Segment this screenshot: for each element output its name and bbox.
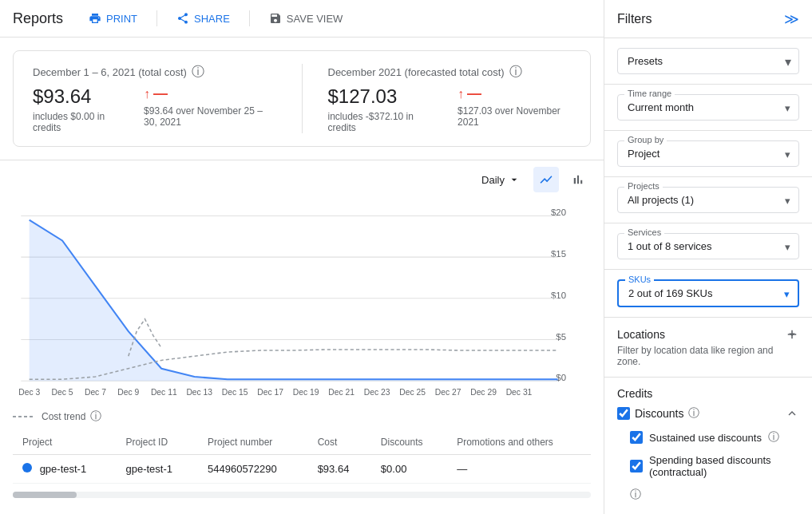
main-header: Reports PRINT SHARE SAVE VIEW — [0, 0, 604, 38]
card1-main: $93.64 includes $0.00 in credits — [33, 85, 118, 133]
svg-text:Dec 7: Dec 7 — [85, 388, 106, 397]
granularity-select[interactable]: Daily — [475, 170, 527, 189]
card1-title: December 1 – 6, 2021 (total cost) ⓘ — [33, 64, 276, 81]
sustained-use-help-icon[interactable]: ⓘ — [768, 430, 779, 445]
cell-discounts: $0.00 — [371, 455, 447, 484]
print-button[interactable]: PRINT — [82, 9, 144, 28]
spending-based-label: Spending based discounts(contractual) — [649, 454, 771, 478]
table-body: gpe-test-1 gpe-test-1 544960572290 $93.6… — [13, 455, 591, 484]
spending-based-row: Spending based discounts(contractual) — [617, 449, 799, 483]
card2-subtitle: includes -$372.10 in credits — [328, 111, 433, 133]
card1-change-row: ↑ — — [144, 85, 275, 102]
filters-sidebar: Filters ≫ Presets ▾ Time range Current m… — [604, 0, 812, 514]
legend-help-icon[interactable]: ⓘ — [90, 409, 101, 424]
print-label: PRINT — [106, 13, 137, 25]
share-icon — [176, 12, 189, 25]
svg-text:Dec 19: Dec 19 — [293, 388, 319, 397]
col-cost: Cost — [308, 430, 371, 455]
group-by-select[interactable]: Project Service SKU Region — [628, 148, 789, 160]
col-discounts: Discounts — [371, 430, 447, 455]
chart-legend: Cost trend ⓘ — [13, 409, 591, 424]
table-scrollbar[interactable] — [13, 488, 591, 501]
bar-chart-icon — [571, 172, 585, 187]
dash-icon-2: — — [467, 85, 481, 102]
locations-title: Locations — [617, 328, 665, 341]
card2-change-text: $127.03 over November 2021 — [457, 105, 571, 128]
filters-header: Filters ≫ — [604, 0, 812, 38]
credits-header: Credits — [617, 387, 799, 400]
card1-amount: $93.64 — [33, 85, 118, 108]
locations-expand-icon — [785, 327, 799, 342]
line-chart-icon — [539, 172, 553, 187]
sustained-use-checkbox[interactable] — [630, 431, 643, 444]
col-project-number: Project number — [198, 430, 308, 455]
table-row: gpe-test-1 gpe-test-1 544960572290 $93.6… — [13, 455, 591, 484]
services-select[interactable]: 1 out of 8 services — [628, 240, 789, 252]
save-icon — [269, 12, 282, 25]
print-icon — [89, 12, 101, 25]
card2-title: December 2021 (forecasted total cost) ⓘ — [328, 64, 572, 81]
group-by-label: Group by — [624, 135, 667, 144]
svg-text:Dec 31: Dec 31 — [506, 388, 533, 397]
chart-section: Daily $20 $15 $10 $5 $0 — [0, 160, 604, 430]
line-chart-button[interactable] — [533, 167, 559, 192]
share-button[interactable]: SHARE — [170, 9, 236, 28]
summary-card-1: December 1 – 6, 2021 (total cost) ⓘ $93.… — [33, 64, 276, 133]
data-table: Project Project ID Project number Cost D… — [13, 430, 591, 484]
header-divider — [156, 10, 157, 26]
credits-help-row: ⓘ — [617, 488, 799, 502]
cell-project: gpe-test-1 — [13, 455, 116, 484]
legend-dash-icon — [13, 413, 37, 421]
card2-help-icon[interactable]: ⓘ — [509, 64, 522, 81]
time-range-fieldset: Time range Current month Last 7 days Las… — [617, 94, 799, 121]
svg-text:Dec 13: Dec 13 — [186, 388, 212, 397]
svg-text:Dec 15: Dec 15 — [222, 388, 248, 397]
legend-label: Cost trend — [42, 411, 85, 422]
credits-help-icon[interactable]: ⓘ — [630, 488, 641, 502]
scrollbar-track[interactable] — [13, 492, 591, 498]
discounts-help-icon[interactable]: ⓘ — [688, 406, 699, 421]
chart-controls: Daily — [13, 167, 591, 192]
locations-header[interactable]: Locations — [617, 327, 799, 342]
projects-select[interactable]: All projects (1) — [628, 194, 789, 206]
cost-chart: $20 $15 $10 $5 $0 D — [13, 199, 591, 406]
summary-card-2: December 2021 (forecasted total cost) ⓘ … — [328, 64, 572, 133]
save-view-button[interactable]: SAVE VIEW — [263, 9, 350, 28]
time-range-section: Time range Current month Last 7 days Las… — [604, 85, 812, 131]
time-range-select[interactable]: Current month Last 7 days Last 30 days L… — [628, 101, 789, 113]
spending-based-checkbox[interactable] — [630, 460, 643, 472]
col-project: Project — [13, 430, 116, 455]
presets-select-field: Presets ▾ — [617, 48, 799, 74]
scrollbar-thumb[interactable] — [13, 492, 77, 498]
credits-title: Credits — [617, 387, 652, 400]
table-header: Project Project ID Project number Cost D… — [13, 430, 591, 455]
card2-pair: $127.03 includes -$372.10 in credits ↑ —… — [328, 85, 572, 133]
group-by-fieldset: Group by Project Service SKU Region ▾ — [617, 140, 799, 167]
bar-chart-button[interactable] — [565, 167, 591, 192]
card2-amount: $127.03 — [328, 85, 433, 108]
card1-help-icon[interactable]: ⓘ — [192, 64, 204, 81]
projects-section: Projects All projects (1) ▾ — [604, 177, 812, 223]
discounts-checkbox[interactable] — [617, 407, 630, 420]
locations-subtitle: Filter by location data like region and … — [617, 345, 799, 367]
chevron-down-icon — [508, 173, 521, 186]
discounts-collapse-icon[interactable] — [785, 406, 799, 421]
card1-pair: $93.64 includes $0.00 in credits ↑ — $93… — [33, 85, 276, 133]
projects-label: Projects — [624, 181, 663, 191]
cell-project-id: gpe-test-1 — [116, 455, 198, 484]
col-promotions: Promotions and others — [447, 430, 591, 455]
presets-select[interactable]: Presets — [617, 48, 799, 74]
services-fieldset: Services 1 out of 8 services ▾ — [617, 233, 799, 259]
svg-text:Dec 25: Dec 25 — [399, 388, 426, 397]
skus-select[interactable]: 2 out of 169 SKUs — [628, 287, 788, 299]
skus-label: SKUs — [625, 275, 654, 284]
discounts-row: Discounts ⓘ — [617, 406, 799, 421]
card2-main: $127.03 includes -$372.10 in credits — [328, 85, 433, 133]
services-section: Services 1 out of 8 services ▾ — [604, 223, 812, 270]
project-dot — [22, 463, 32, 472]
svg-text:Dec 3: Dec 3 — [18, 388, 40, 397]
presets-section: Presets ▾ — [604, 38, 812, 85]
collapse-filters-button[interactable]: ≫ — [784, 10, 799, 28]
skus-section: SKUs 2 out of 169 SKUs ▾ — [604, 270, 812, 318]
svg-text:Dec 23: Dec 23 — [364, 388, 390, 397]
